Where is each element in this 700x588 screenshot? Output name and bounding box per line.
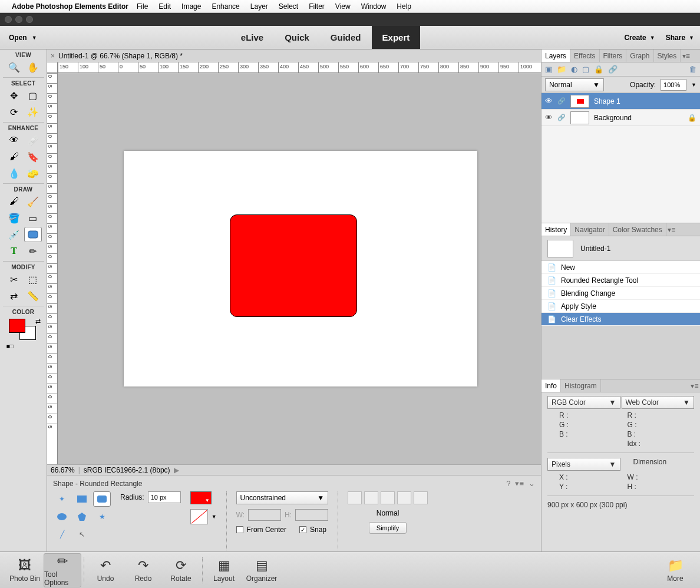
menu-layer[interactable]: Layer [250,2,268,11]
intersect-shape-icon[interactable] [397,491,411,504]
constrain-dropdown[interactable]: Unconstrained▼ [236,491,328,504]
menu-image[interactable]: Image [181,2,201,11]
menu-view[interactable]: View [335,2,351,11]
menu-enhance[interactable]: Enhance [212,2,239,11]
web-mode-dropdown[interactable]: Web Color▼ [622,396,695,409]
healing-tool-icon[interactable]: 🩹 [24,133,42,148]
paint-bucket-tool-icon[interactable]: 🪣 [5,210,23,226]
mode-expert[interactable]: Expert [372,26,421,49]
eye-icon[interactable]: 👁 [545,113,553,122]
mode-guided[interactable]: Guided [320,26,372,49]
clone-stamp-tool-icon[interactable]: 🔖 [24,149,42,164]
traffic-max-icon[interactable] [26,16,33,23]
eyedropper-tool-icon[interactable]: 💉 [5,227,23,242]
menu-help[interactable]: Help [397,2,411,11]
add-shape-icon[interactable] [364,491,378,504]
tab-history[interactable]: History [541,223,571,236]
open-button[interactable]: Open▼ [9,34,37,42]
tab-graphics[interactable]: Graph [626,49,653,62]
canvas[interactable] [124,151,477,387]
options-menu-icon[interactable]: ▾≡ [515,479,524,488]
shape-custom-icon[interactable]: ✦ [53,491,71,507]
panel-menu-icon[interactable]: ▾≡ [681,49,691,62]
type-tool-icon[interactable]: T [5,243,23,259]
link-layers-icon[interactable]: 🔗 [608,65,618,74]
opacity-input[interactable] [661,79,686,91]
sponge-tool-icon[interactable]: 🧽 [24,166,42,181]
tab-effects[interactable]: Effects [570,49,599,62]
tab-navigator[interactable]: Navigator [571,223,609,236]
gradient-tool-icon[interactable]: ▭ [24,210,42,226]
bottom-rotate-button[interactable]: ⟳Rotate [162,558,200,583]
tab-info[interactable]: Info [541,379,561,392]
bottom-more-button[interactable]: 📁More [656,558,694,583]
bottom-undo-button[interactable]: ↶Undo [87,558,124,583]
tab-histogram[interactable]: Histogram [561,379,601,392]
menu-filter[interactable]: Filter [309,2,325,11]
tab-filters[interactable]: Filters [600,49,627,62]
foreground-color-icon[interactable] [9,319,25,333]
layer-thumbnail[interactable] [570,95,589,108]
simplify-button[interactable]: Simplify [369,522,407,534]
from-center-checkbox[interactable] [236,526,243,533]
new-group-icon[interactable]: 📁 [557,65,566,74]
canvas-area[interactable]: 1501005005010015020025030035040045050055… [47,62,541,464]
link-icon[interactable]: 🔗 [557,114,566,121]
marquee-tool-icon[interactable]: ▢ [24,88,42,103]
bottom-tool-options-button[interactable]: ✏Tool Options [44,553,81,587]
straighten-tool-icon[interactable]: 📏 [24,288,42,303]
panel-menu-icon[interactable]: ▾≡ [689,379,700,392]
mode-quick[interactable]: Quick [274,26,320,49]
redeye-tool-icon[interactable]: 👁 [5,133,23,148]
collapse-icon[interactable]: ⌄ [529,479,535,488]
document-tab[interactable]: × Untitled-1 @ 66.7% (Shape 1, RGB/8) * [47,49,541,62]
traffic-close-icon[interactable] [5,16,12,23]
layer-row[interactable]: 👁 🔗 Background 🔒 [541,110,700,126]
subtract-shape-icon[interactable] [381,491,395,504]
share-button[interactable]: Share▼ [666,34,694,42]
tab-layers[interactable]: Layers [541,49,570,62]
zoom-level[interactable]: 66.67% [51,466,75,474]
rgb-mode-dropdown[interactable]: RGB Color▼ [547,396,620,409]
bottom-photo-bin-button[interactable]: 🖼Photo Bin [6,558,44,583]
link-icon[interactable]: 🔗 [557,97,566,105]
default-colors-icon[interactable]: ■□ [6,343,14,349]
blur-tool-icon[interactable]: 💧 [5,166,23,181]
bottom-organizer-button[interactable]: ▤Organizer [243,558,280,583]
menu-select[interactable]: Select [279,2,298,11]
lock-layer-icon[interactable]: 🔒 [594,65,603,74]
shape-selection-icon[interactable]: ↖ [73,527,91,542]
history-item[interactable]: 📄Blending Change [541,287,700,300]
crop-tool-icon[interactable]: ✂ [5,272,23,287]
recompose-tool-icon[interactable]: ⬚ [24,272,42,287]
exclude-shape-icon[interactable] [414,491,428,504]
menu-window[interactable]: Window [361,2,387,11]
magic-wand-tool-icon[interactable]: ✨ [24,104,42,120]
menu-file[interactable]: File [137,2,148,11]
color-swatch[interactable]: ⇄ ■□ [9,319,38,342]
delete-layer-icon[interactable]: 🗑 [689,65,696,74]
bottom-layout-button[interactable]: ▦Layout [205,558,243,583]
create-button[interactable]: Create▼ [624,34,655,42]
new-layer-icon[interactable]: ▣ [545,65,552,74]
history-item[interactable]: 📄Rounded Rectangle Tool [541,274,700,287]
history-item[interactable]: 📄Clear Effects [541,313,700,326]
shape-rounded-rectangle[interactable] [230,214,357,317]
lasso-tool-icon[interactable]: ⟳ [5,104,23,120]
radius-input[interactable] [148,491,181,503]
tab-swatches[interactable]: Color Swatches [609,223,666,236]
layer-thumbnail[interactable] [570,111,589,124]
new-shape-layer-icon[interactable] [348,491,362,504]
smart-brush-tool-icon[interactable]: 🖌 [5,149,23,164]
layer-mask-icon[interactable]: ▢ [582,65,589,74]
snap-checkbox[interactable]: ✓ [299,526,306,533]
content-aware-tool-icon[interactable]: ⇄ [5,288,23,303]
close-tab-icon[interactable]: × [51,52,55,60]
help-icon[interactable]: ? [506,479,510,488]
shape-ellipse-icon[interactable] [53,509,71,524]
panel-menu-icon[interactable]: ▾≡ [666,223,677,236]
history-item[interactable]: 📄Apply Style [541,300,700,313]
pencil-tool-icon[interactable]: ✏ [24,243,42,259]
move-tool-icon[interactable]: ✥ [5,88,23,103]
fill-color-button[interactable]: ▼ [190,491,212,504]
